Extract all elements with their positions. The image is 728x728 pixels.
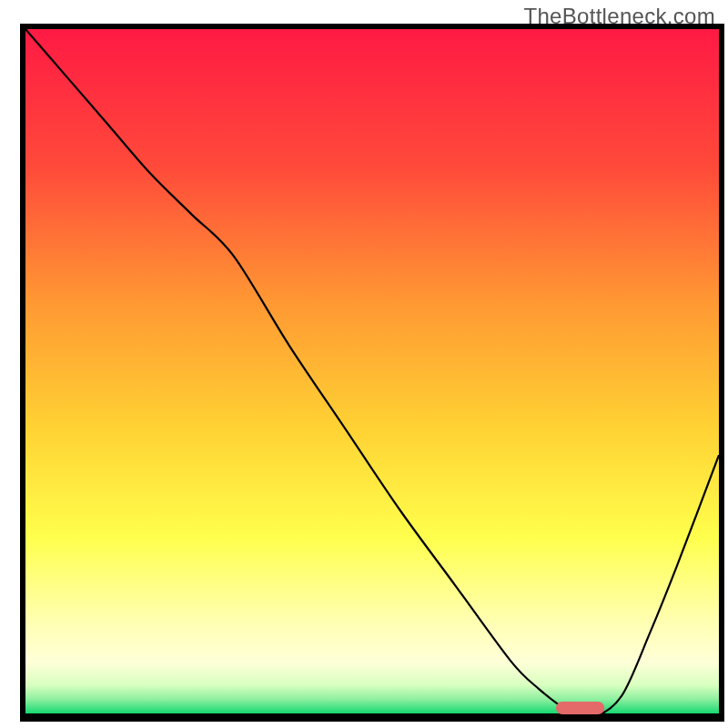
- optimal-range-marker: [556, 702, 604, 714]
- watermark-text: TheBottleneck.com: [523, 4, 715, 29]
- bottleneck-chart: [0, 0, 728, 728]
- plot-background-gradient: [25, 29, 719, 716]
- chart-frame: TheBottleneck.com: [0, 0, 728, 728]
